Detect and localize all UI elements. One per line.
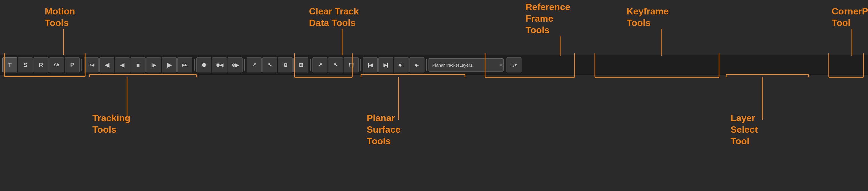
- remove-key-icon: ◆-: [415, 63, 419, 67]
- tracking-tools-label2: Tools: [92, 124, 116, 135]
- clear-all-icon: ⊗: [202, 61, 207, 68]
- track-ref-icon: ▶R: [182, 63, 187, 67]
- cornerpin-label: CornerPin: [832, 6, 868, 17]
- motion-tool-p[interactable]: P: [65, 57, 80, 72]
- clear-track-forward[interactable]: ⊗▶: [227, 57, 243, 72]
- clear-track-label: Clear Track: [309, 6, 359, 17]
- clear-all-track[interactable]: ⊗: [196, 57, 211, 72]
- go-ref-icon: ⤡: [334, 62, 338, 68]
- clear-forward-icon: ⊗▶: [231, 62, 239, 68]
- track-go-first[interactable]: R◀: [84, 57, 99, 72]
- sep-1: [82, 59, 82, 71]
- t-icon: T: [8, 62, 11, 68]
- layer-select-label2: Select: [731, 124, 758, 135]
- align-icon: ⤡: [268, 62, 272, 68]
- keyframe-tools-label: Keyframe: [627, 6, 669, 17]
- reference-frame-label2: Frame: [526, 13, 553, 24]
- track-backward-one[interactable]: ◀|: [115, 57, 130, 72]
- add-key-icon: ◆+: [399, 63, 404, 67]
- prev-keyframe[interactable]: |◀: [363, 57, 378, 72]
- stop-icon: ■: [136, 62, 140, 68]
- keyframe-tools-label2: Tools: [627, 18, 651, 28]
- go-reference-frame[interactable]: ⤡: [328, 57, 343, 72]
- track-backward[interactable]: ◀: [99, 57, 114, 72]
- planar-surface-label3: Tools: [367, 136, 391, 146]
- sh-icon: Sh: [54, 63, 59, 67]
- planar-surface-label: Planar: [367, 113, 395, 123]
- reference-frame-label3: Tools: [526, 25, 550, 35]
- next-keyframe[interactable]: ▶|: [378, 57, 393, 72]
- backward-icon: ◀: [105, 61, 109, 68]
- sep-5: [360, 59, 361, 71]
- track-forward[interactable]: ▶: [162, 57, 177, 72]
- sep-6: [426, 59, 427, 71]
- set-reference-frame[interactable]: ⤢: [312, 57, 328, 72]
- align-surface-frame[interactable]: ⤢: [247, 57, 261, 72]
- tracking-tools-label: Tracking: [92, 113, 130, 123]
- motion-tools-label2: Tools: [45, 18, 69, 28]
- annotations-overlay: Motion Tools Tracking Tools Clear Track …: [0, 0, 868, 191]
- motion-tool-r[interactable]: R: [33, 57, 49, 72]
- clear-track-backward[interactable]: ⊗◀: [212, 57, 227, 72]
- sep-4: [310, 59, 311, 71]
- main-toolbar: T S R Sh P R◀ ◀ ◀| ■ |▶ ▶ ▶R ⊗ ⊗◀ ⊗▶: [0, 55, 868, 75]
- cornerpin-label2: Tool: [832, 18, 850, 28]
- planar-surface-label2: Surface: [367, 124, 401, 135]
- p-icon: P: [70, 62, 74, 68]
- track-stop[interactable]: ■: [130, 57, 146, 72]
- go-first-icon: R◀: [88, 63, 94, 67]
- grid-overlay[interactable]: ⊞: [293, 57, 308, 72]
- prev-key-icon: |◀: [368, 62, 372, 68]
- track-forward-one[interactable]: |▶: [146, 57, 161, 72]
- backward-one-icon: ◀|: [120, 62, 125, 68]
- motion-tools-label: Motion: [45, 6, 75, 17]
- motion-tool-sh[interactable]: Sh: [49, 57, 64, 72]
- track-to-reference[interactable]: ▶R: [177, 57, 192, 72]
- next-key-icon: ▶|: [383, 62, 388, 68]
- grid-overlay-icon: ⊞: [299, 62, 303, 68]
- sep-3: [244, 59, 245, 71]
- cornerpin-icon: ⬚▼: [510, 63, 518, 67]
- add-keyframe[interactable]: ◆+: [394, 57, 409, 72]
- set-ref-icon: ⤢: [318, 62, 322, 68]
- forward-one-icon: |▶: [151, 62, 156, 68]
- remove-keyframe[interactable]: ◆-: [409, 57, 425, 72]
- layer-select-label: Layer: [731, 113, 755, 123]
- reference-frame-label: Reference: [526, 2, 570, 12]
- align-frame-icon: ⤢: [252, 62, 256, 68]
- clear-track-label2: Data Tools: [309, 18, 355, 28]
- motion-tool-s[interactable]: S: [18, 57, 33, 72]
- align-surface[interactable]: ⤡: [262, 57, 277, 72]
- grid-icon: ⧉: [284, 62, 287, 68]
- grid-tool[interactable]: ⧉: [278, 57, 293, 72]
- clear-backward-icon: ⊗◀: [216, 62, 223, 68]
- s-icon: S: [23, 62, 27, 68]
- cornerpin-tool[interactable]: ⬚▼: [506, 57, 522, 72]
- sep-2: [194, 59, 195, 71]
- reference-overlay[interactable]: ⬚: [344, 57, 359, 72]
- ref-overlay-icon: ⬚: [349, 62, 354, 68]
- layer-select-dropdown[interactable]: PlanarTrackerLayer1: [429, 58, 504, 71]
- layer-select-label3: Tool: [731, 136, 749, 146]
- forward-icon: ▶: [167, 61, 172, 68]
- motion-tool-t[interactable]: T: [2, 57, 17, 72]
- r-icon: R: [39, 62, 43, 68]
